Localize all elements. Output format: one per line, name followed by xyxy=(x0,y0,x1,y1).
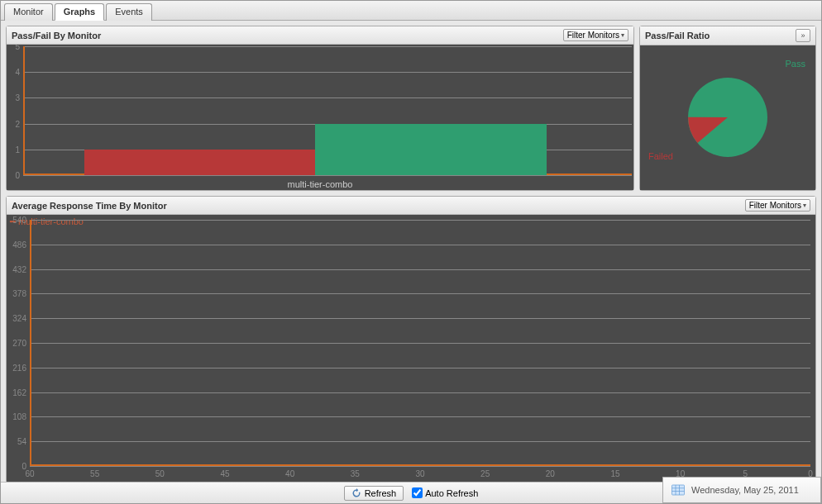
tab-events[interactable]: Events xyxy=(106,3,152,21)
expand-button[interactable]: » xyxy=(796,29,810,42)
date-text: Wednesday, May 25, 2011 xyxy=(691,485,799,495)
calendar-icon xyxy=(670,483,686,497)
pie-chart: Pass Failed xyxy=(640,45,815,190)
pie-svg xyxy=(678,68,777,167)
panel-title: Pass/Fail By Monitor xyxy=(12,31,101,40)
tabs-bar: Monitor Graphs Events xyxy=(1,1,821,21)
filter-monitors-button[interactable]: Filter Monitors xyxy=(563,29,628,41)
pie-label-fail: Failed xyxy=(648,151,673,161)
auto-refresh-toggle[interactable]: Auto Refresh xyxy=(412,487,478,498)
bar-xlabel: multi-tier-combo xyxy=(7,179,633,189)
refresh-icon xyxy=(351,488,361,498)
refresh-button[interactable]: Refresh xyxy=(344,486,404,501)
pie-label-pass: Pass xyxy=(786,59,805,69)
svg-rect-1 xyxy=(672,485,685,495)
filter-monitors-button[interactable]: Filter Monitors xyxy=(745,199,810,212)
line-chart: multi-tier-combo 05410816221627032437843… xyxy=(7,215,815,483)
bar-chart: 012345 multi-tier-combo xyxy=(7,45,633,190)
auto-refresh-checkbox[interactable] xyxy=(412,487,423,498)
content-area: Pass/Fail By Monitor Filter Monitors 012… xyxy=(1,21,821,483)
panel-passfail-monitor: Pass/Fail By Monitor Filter Monitors 012… xyxy=(6,26,634,191)
refresh-label: Refresh xyxy=(365,488,397,498)
panel-title: Pass/Fail Ratio xyxy=(645,31,710,40)
panel-title: Average Response Time By Monitor xyxy=(12,201,167,211)
tab-graphs[interactable]: Graphs xyxy=(55,3,105,21)
panel-avg-response: Average Response Time By Monitor Filter … xyxy=(6,196,816,483)
tab-monitor[interactable]: Monitor xyxy=(4,3,53,21)
auto-refresh-label: Auto Refresh xyxy=(425,488,478,498)
date-panel[interactable]: Wednesday, May 25, 2011 xyxy=(662,477,821,503)
panel-passfail-ratio: Pass/Fail Ratio » Pass Failed xyxy=(639,26,816,191)
